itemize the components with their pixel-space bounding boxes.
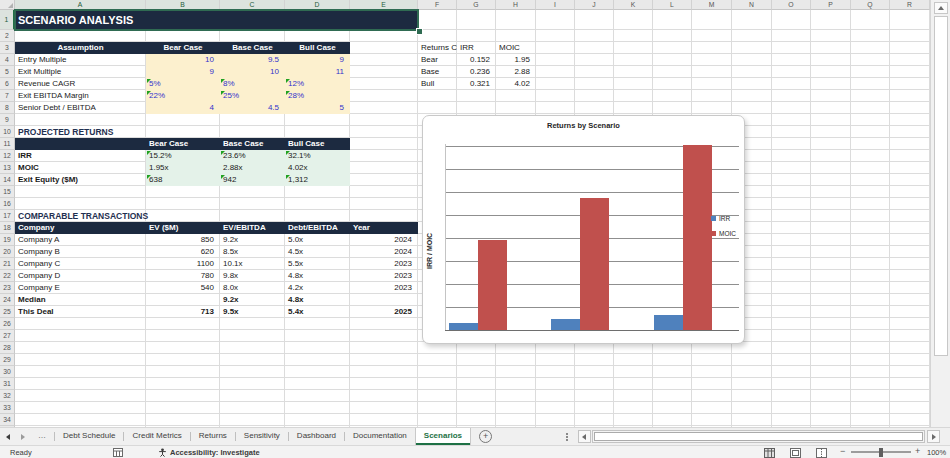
sheet-tab-scenarios[interactable]: Scenarios xyxy=(415,428,471,445)
vscroll-thumb[interactable] xyxy=(934,16,948,356)
comps-year-24[interactable] xyxy=(350,294,418,306)
comps-company-25[interactable]: This Deal xyxy=(15,306,146,318)
comps-debtebitda-19[interactable]: 5.0x xyxy=(285,234,350,246)
assumption-label-5[interactable]: Exit Multiple xyxy=(15,66,146,78)
returns-comp-label-6[interactable]: Bull xyxy=(418,78,457,90)
column-header-D[interactable]: D xyxy=(285,0,350,10)
comps-year-19[interactable]: 2024 xyxy=(350,234,418,246)
row-header-7[interactable]: 7 xyxy=(0,90,15,102)
projected-value-B14[interactable]: 638 xyxy=(146,174,220,186)
column-header-Q[interactable]: Q xyxy=(851,0,890,10)
column-header-K[interactable]: K xyxy=(614,0,653,10)
assumptions-header-assumption[interactable]: Assumption xyxy=(15,42,146,54)
projected-label-13[interactable]: MOIC xyxy=(15,162,146,174)
row-header-24[interactable]: 24 xyxy=(0,294,15,306)
spreadsheet-grid[interactable]: ABCDEFGHIJKLMNOPQR1234567891011121314151… xyxy=(0,0,950,427)
returns-comp-header-irr[interactable]: IRR xyxy=(457,42,496,54)
column-header-G[interactable]: G xyxy=(457,0,496,10)
assumption-value-C4[interactable]: 9.5 xyxy=(220,54,285,66)
vscroll-up-button[interactable] xyxy=(934,2,948,14)
comps-header-B[interactable]: EV ($M) xyxy=(146,222,220,234)
row-header-14[interactable]: 14 xyxy=(0,174,15,186)
assumption-value-B5[interactable]: 9 xyxy=(146,66,220,78)
returns-comp-moic-5[interactable]: 2.88 xyxy=(496,66,536,78)
row-header-15[interactable]: 15 xyxy=(0,186,15,198)
add-sheet-button[interactable]: + xyxy=(479,430,492,443)
hscroll-thumb[interactable] xyxy=(594,432,923,441)
page-break-view-button[interactable] xyxy=(816,448,827,458)
comps-company-21[interactable]: Company C xyxy=(15,258,146,270)
returns-comp-moic-4[interactable]: 1.95 xyxy=(496,54,536,66)
column-header-F[interactable]: F xyxy=(418,0,457,10)
fill-handle[interactable] xyxy=(416,28,423,35)
zoom-level[interactable]: 100% xyxy=(927,447,946,458)
row-header-16[interactable]: 16 xyxy=(0,198,15,210)
row-header-25[interactable]: 25 xyxy=(0,306,15,318)
tab-scroll-left-button[interactable] xyxy=(0,428,15,445)
returns-comp-irr-5[interactable]: 0.236 xyxy=(457,66,496,78)
assumption-value-C6[interactable]: 8% xyxy=(220,78,285,90)
row-header-19[interactable]: 19 xyxy=(0,234,15,246)
comps-ev-22[interactable]: 780 xyxy=(146,270,220,282)
column-header-O[interactable]: O xyxy=(772,0,811,10)
row-header-4[interactable]: 4 xyxy=(0,54,15,66)
returns-comp-label-5[interactable]: Base xyxy=(418,66,457,78)
assumption-value-C5[interactable]: 10 xyxy=(220,66,285,78)
hscroll-right-button[interactable] xyxy=(927,430,940,443)
row-header-5[interactable]: 5 xyxy=(0,66,15,78)
assumption-value-B4[interactable]: 10 xyxy=(146,54,220,66)
sheet-tab-sensitivity[interactable]: Sensitivity xyxy=(236,428,288,445)
returns-comp-irr-4[interactable]: 0.152 xyxy=(457,54,496,66)
returns-comp-header-label[interactable]: Returns Cc xyxy=(418,42,457,54)
column-header-P[interactable]: P xyxy=(811,0,851,10)
projected-value-C13[interactable]: 2.88x xyxy=(220,162,285,174)
column-header-J[interactable]: J xyxy=(575,0,614,10)
row-header-9[interactable]: 9 xyxy=(0,114,15,126)
zoom-slider-thumb[interactable] xyxy=(879,448,883,457)
assumptions-header-base[interactable]: Base Case xyxy=(220,42,285,54)
zoom-out-button[interactable]: − xyxy=(840,446,845,457)
comps-evebitda-22[interactable]: 9.8x xyxy=(220,270,285,282)
assumption-label-6[interactable]: Revenue CAGR xyxy=(15,78,146,90)
row-header-26[interactable]: 26 xyxy=(0,318,15,330)
tab-overflow-button[interactable]: … xyxy=(30,428,54,445)
comps-year-20[interactable]: 2024 xyxy=(350,246,418,258)
comps-header-E[interactable]: Year xyxy=(350,222,418,234)
assumption-value-D8[interactable]: 5 xyxy=(285,102,350,114)
projected-value-D13[interactable]: 4.02x xyxy=(285,162,350,174)
column-header-B[interactable]: B xyxy=(146,0,220,10)
projected-value-D12[interactable]: 32.1% xyxy=(285,150,350,162)
comps-evebitda-23[interactable]: 8.0x xyxy=(220,282,285,294)
comps-ev-20[interactable]: 620 xyxy=(146,246,220,258)
tabbar-resize-dots[interactable] xyxy=(566,433,568,435)
assumptions-header-bull[interactable]: Bull Case xyxy=(285,42,350,54)
projected-value-C12[interactable]: 23.6% xyxy=(220,150,285,162)
assumption-value-C7[interactable]: 25% xyxy=(220,90,285,102)
column-header-M[interactable]: M xyxy=(692,0,732,10)
returns-comp-moic-6[interactable]: 4.02 xyxy=(496,78,536,90)
comps-debtebitda-24[interactable]: 4.8x xyxy=(285,294,350,306)
comps-year-21[interactable]: 2023 xyxy=(350,258,418,270)
accessibility-status[interactable]: Accessibility: Investigate xyxy=(158,447,260,458)
row-header-20[interactable]: 20 xyxy=(0,246,15,258)
projected-header-B[interactable]: Bear Case xyxy=(146,138,220,150)
cell-title[interactable]: SCENARIO ANALYSIS xyxy=(15,10,418,30)
projected-label-12[interactable]: IRR xyxy=(15,150,146,162)
column-header-R[interactable]: R xyxy=(890,0,930,10)
column-header-N[interactable]: N xyxy=(732,0,772,10)
column-header-C[interactable]: C xyxy=(220,0,285,10)
sheet-tab-dashboard[interactable]: Dashboard xyxy=(289,428,344,445)
comps-evebitda-21[interactable]: 10.1x xyxy=(220,258,285,270)
comps-header-D[interactable]: Debt/EBITDA xyxy=(285,222,350,234)
assumption-value-D6[interactable]: 12% xyxy=(285,78,350,90)
comps-company-22[interactable]: Company D xyxy=(15,270,146,282)
comps-evebitda-20[interactable]: 8.5x xyxy=(220,246,285,258)
row-header-22[interactable]: 22 xyxy=(0,270,15,282)
comps-debtebitda-20[interactable]: 4.5x xyxy=(285,246,350,258)
column-header-H[interactable]: H xyxy=(496,0,536,10)
assumptions-header-bear[interactable]: Bear Case xyxy=(146,42,220,54)
projected-value-B13[interactable]: 1.95x xyxy=(146,162,220,174)
comps-year-25[interactable]: 2025 xyxy=(350,306,418,318)
row-header-28[interactable]: 28 xyxy=(0,342,15,354)
comps-debtebitda-23[interactable]: 4.2x xyxy=(285,282,350,294)
